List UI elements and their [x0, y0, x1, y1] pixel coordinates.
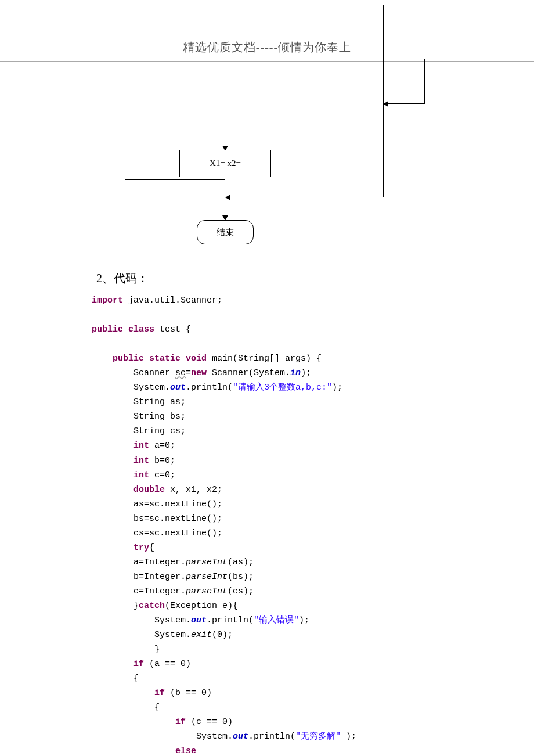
code-text: {: [134, 674, 139, 683]
code-text: cs=sc.nextLine();: [134, 528, 222, 538]
code-field: out: [233, 732, 248, 741]
code-field: out: [170, 383, 186, 393]
code-text: [144, 354, 149, 363]
code-kw: public: [113, 354, 144, 363]
code-kw: public: [92, 325, 123, 334]
flow-line: [125, 179, 225, 180]
code-text: String as;: [134, 397, 186, 407]
flow-end-label: 结束: [217, 227, 234, 238]
flow-box-x1x2: X1= x2=: [179, 150, 271, 177]
flow-terminator-end: 结束: [197, 220, 254, 244]
code-text: a=Integer.: [134, 557, 186, 567]
code-kw: if: [134, 659, 144, 669]
code-text: .println(: [248, 732, 295, 741]
flow-line: [225, 5, 225, 147]
code-text: bs=sc.nextLine();: [134, 514, 222, 524]
flow-line: [225, 197, 225, 217]
section-title: 2、代码：: [96, 271, 534, 286]
code-text: b=0;: [149, 456, 175, 466]
code-text: String cs;: [134, 426, 186, 436]
code-text: c=0;: [149, 470, 175, 480]
flow-line: [383, 103, 425, 104]
code-text: System.: [134, 383, 170, 393]
page-header: 精选优质文档-----倾情为你奉上: [0, 0, 534, 55]
code-text: =: [186, 368, 191, 378]
flow-line: [424, 59, 425, 104]
code-method: parseInt: [186, 557, 228, 567]
code-kw: import: [92, 296, 123, 305]
code-text: c=Integer.: [134, 586, 186, 596]
code-text: (b == 0): [165, 688, 212, 698]
code-kw: class: [128, 325, 154, 334]
code-kw: if: [154, 688, 165, 698]
code-field: in: [290, 368, 301, 378]
code-kw: int: [134, 470, 149, 480]
code-text: String bs;: [134, 412, 186, 422]
code-text: (Exception e){: [165, 601, 238, 611]
document-page: 精选优质文档-----倾情为你奉上 X1= x2= 结束: [0, 0, 534, 756]
code-kw: try: [134, 543, 149, 553]
flow-line: [125, 5, 125, 179]
code-text: );: [332, 383, 342, 393]
code-text: [123, 325, 128, 334]
code-kw: int: [134, 441, 149, 451]
code-text: as=sc.nextLine();: [134, 499, 222, 509]
code-text: System.: [154, 630, 191, 640]
header-text: 精选优质文档-----倾情为你奉上: [183, 41, 351, 53]
code-text: System.: [154, 615, 191, 625]
code-field: out: [191, 615, 207, 625]
arrow-left-icon: [383, 101, 388, 107]
code-text: test {: [154, 325, 191, 334]
code-text: .println(: [207, 615, 254, 625]
code-text: (bs);: [228, 572, 254, 582]
code-text: );: [301, 368, 311, 378]
code-text: (a == 0): [144, 659, 191, 669]
flow-box-label: X1= x2=: [210, 159, 241, 168]
code-kw: catch: [139, 601, 165, 611]
code-text: Scanner(System.: [207, 368, 290, 378]
code-text: );: [299, 615, 309, 625]
code-text: a=0;: [149, 441, 175, 451]
code-kw: static: [149, 354, 181, 363]
arrow-left-icon: [225, 195, 230, 200]
code-text: [181, 354, 186, 363]
flowchart-diagram: X1= x2= 结束: [0, 62, 534, 253]
code-block: import java.util.Scanner; public class t…: [92, 293, 534, 756]
code-text: }: [154, 645, 160, 654]
code-text: );: [341, 732, 356, 741]
code-kw: if: [175, 717, 186, 727]
code-string: "输入错误": [254, 615, 299, 625]
section-title-text: 2、代码：: [96, 272, 149, 285]
code-method: parseInt: [186, 586, 228, 596]
code-string: "无穷多解": [295, 732, 341, 741]
code-kw: int: [134, 456, 149, 466]
code-text: Scanner: [134, 368, 175, 378]
code-text: x, x1, x2;: [165, 485, 222, 495]
code-kw: new: [191, 368, 207, 378]
code-text: main(String[] args) {: [207, 354, 322, 363]
code-text: }: [134, 601, 139, 611]
code-method: exit: [191, 630, 212, 640]
code-text: (cs);: [228, 586, 254, 596]
code-text: {: [149, 543, 154, 553]
code-text: {: [154, 703, 160, 712]
code-text: .println(: [186, 383, 233, 393]
code-text: (0);: [212, 630, 233, 640]
code-kw: void: [186, 354, 207, 363]
code-kw: double: [134, 485, 165, 495]
code-kw: else: [175, 746, 196, 756]
code-string: "请输入3个整数a,b,c:": [233, 383, 332, 393]
code-text: (c == 0): [186, 717, 233, 727]
code-text: (as);: [228, 557, 254, 567]
code-method: parseInt: [186, 572, 228, 582]
code-text: java.util.Scanner;: [123, 296, 222, 305]
code-text: sc: [175, 368, 186, 378]
flow-line: [225, 197, 383, 197]
code-text: System.: [196, 732, 233, 741]
code-text: b=Integer.: [134, 572, 186, 582]
